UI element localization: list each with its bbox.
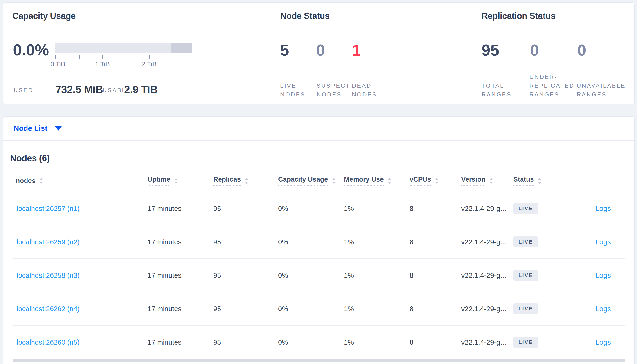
memory-cell: 1% <box>344 338 410 346</box>
node-link[interactable]: localhost:26260 (n5) <box>17 338 80 346</box>
column-header-nodes[interactable]: nodes <box>13 177 148 185</box>
capacity-used-usable-row: USED 732.5 MiB USABLE 2.9 TiB <box>13 83 228 96</box>
nodes-count-heading: Nodes (6) <box>10 153 634 163</box>
usable-value: 2.9 TiB <box>124 84 158 96</box>
total-ranges-label: TOTAL RANGES <box>482 81 511 99</box>
replicas-cell: 95 <box>213 272 278 280</box>
replicas-cell: 95 <box>213 205 278 212</box>
node-link[interactable]: localhost:26257 (n1) <box>17 205 80 212</box>
status-badge: LIVE <box>513 270 538 281</box>
table-row: localhost:26257 (n1) 17 minutes 95 0% 1%… <box>13 192 625 226</box>
uptime-cell: 17 minutes <box>148 338 213 346</box>
nodes-table-header: nodes Uptime Replicas Capacity Usage Mem… <box>13 170 625 192</box>
node-status-title: Node Status <box>280 10 448 22</box>
sort-icon <box>174 178 178 184</box>
suspect-nodes-value: 0 <box>316 42 325 59</box>
version-cell: v22.1.4-29-g… <box>461 338 513 346</box>
axis-tick <box>149 55 150 59</box>
unavailable-ranges-value: 0 <box>577 42 586 59</box>
capacity-cell: 0% <box>278 205 344 212</box>
logs-link[interactable]: Logs <box>595 204 611 212</box>
live-nodes-label: LIVE NODES <box>280 81 305 99</box>
live-nodes-value: 5 <box>280 42 289 59</box>
capacity-usage-section: Capacity Usage 0.0% 0 TiB 1 TiB 2 TiB US… <box>13 10 228 101</box>
column-header-capacity-usage[interactable]: Capacity Usage <box>278 176 344 186</box>
capacity-cell: 0% <box>278 238 344 246</box>
axis-tick <box>102 55 103 59</box>
logs-link[interactable]: Logs <box>595 338 611 346</box>
uptime-cell: 17 minutes <box>148 238 213 246</box>
node-status-section: Node Status 5 0 1 LIVE NODES SUSPECT NOD… <box>280 10 448 101</box>
node-link[interactable]: localhost:26262 (n4) <box>17 305 80 313</box>
replication-labels-row: TOTAL RANGES UNDER- REPLICATED RANGES UN… <box>482 72 630 99</box>
logs-link[interactable]: Logs <box>595 271 611 279</box>
axis-tick <box>173 55 173 59</box>
used-value: 732.5 MiB <box>56 84 103 96</box>
node-list-dropdown-label: Node List <box>14 124 47 133</box>
memory-cell: 1% <box>344 272 410 280</box>
node-link[interactable]: localhost:26258 (n3) <box>17 272 80 279</box>
axis-tick <box>126 55 127 59</box>
total-ranges-value: 95 <box>482 42 499 59</box>
suspect-nodes-label: SUSPECT NODES <box>316 81 350 99</box>
sort-icon <box>435 178 439 184</box>
version-cell: v22.1.4-29-g… <box>461 205 513 212</box>
column-header-vcpus[interactable]: vCPUs <box>410 176 461 186</box>
node-list-dropdown[interactable]: Node List <box>14 124 62 133</box>
status-badge: LIVE <box>513 337 538 348</box>
status-badge: LIVE <box>513 203 538 214</box>
vcpus-cell: 8 <box>410 272 461 280</box>
capacity-bar-reserved-segment <box>171 42 192 53</box>
vcpus-cell: 8 <box>410 205 461 212</box>
vcpus-cell: 8 <box>410 338 461 346</box>
vcpus-cell: 8 <box>410 305 461 313</box>
dead-nodes-label: DEAD NODES <box>352 81 377 99</box>
sort-icon <box>245 178 248 184</box>
column-header-uptime[interactable]: Uptime <box>148 176 213 186</box>
column-header-memory-use[interactable]: Memory Use <box>344 176 410 186</box>
replicas-cell: 95 <box>213 238 278 246</box>
memory-cell: 1% <box>344 205 410 212</box>
version-cell: v22.1.4-29-g… <box>461 238 513 246</box>
column-header-version[interactable]: Version <box>461 176 513 186</box>
status-badge: LIVE <box>513 236 538 248</box>
sort-icon <box>388 178 391 184</box>
table-row: localhost:26262 (n4) 17 minutes 95 0% 1%… <box>13 292 625 326</box>
column-header-status[interactable]: Status <box>513 176 571 186</box>
axis-tick-label: 0 TiB <box>51 61 65 68</box>
uptime-cell: 17 minutes <box>148 305 213 313</box>
logs-link[interactable]: Logs <box>595 238 611 246</box>
axis-tick-label: 1 TiB <box>95 61 110 68</box>
capacity-usage-title: Capacity Usage <box>13 10 228 22</box>
node-list-card: Node List Nodes (6) nodes Uptime Replica… <box>3 116 635 364</box>
replication-status-section: Replication Status 95 0 0 TOTAL RANGES U… <box>482 10 630 101</box>
uptime-cell: 17 minutes <box>148 272 213 280</box>
capacity-cell: 0% <box>278 272 344 280</box>
under-replicated-ranges-label: UNDER- REPLICATED RANGES <box>529 72 575 99</box>
table-row: localhost:26259 (n2) 17 minutes 95 0% 1%… <box>13 226 625 259</box>
capacity-cell: 0% <box>278 338 344 346</box>
cluster-summary-card: Capacity Usage 0.0% 0 TiB 1 TiB 2 TiB US… <box>3 2 635 104</box>
table-row: localhost:26258 (n3) 17 minutes 95 0% 1%… <box>13 259 625 292</box>
view-selector-bar: Node List <box>3 117 634 141</box>
logs-link[interactable]: Logs <box>595 305 611 313</box>
version-cell: v22.1.4-29-g… <box>461 305 513 313</box>
nodes-table: nodes Uptime Replicas Capacity Usage Mem… <box>13 170 625 359</box>
replication-status-title: Replication Status <box>482 10 630 22</box>
axis-tick <box>56 55 56 59</box>
dead-nodes-value: 1 <box>352 42 361 59</box>
node-link[interactable]: localhost:26259 (n2) <box>17 238 80 246</box>
capacity-percent-value: 0.0% <box>13 41 49 59</box>
sort-icon <box>538 178 542 184</box>
memory-cell: 1% <box>344 305 410 313</box>
replicas-cell: 95 <box>213 338 278 346</box>
capacity-cell: 0% <box>278 305 344 313</box>
capacity-bar-chart: 0 TiB 1 TiB 2 TiB <box>56 42 192 67</box>
vcpus-cell: 8 <box>410 238 461 246</box>
under-replicated-value: 0 <box>530 42 539 59</box>
column-header-replicas[interactable]: Replicas <box>213 176 278 186</box>
uptime-cell: 17 minutes <box>148 205 213 212</box>
version-cell: v22.1.4-29-g… <box>461 272 513 280</box>
table-row: localhost:26260 (n5) 17 minutes 95 0% 1%… <box>13 326 625 359</box>
axis-tick-label: 2 TiB <box>142 61 157 68</box>
